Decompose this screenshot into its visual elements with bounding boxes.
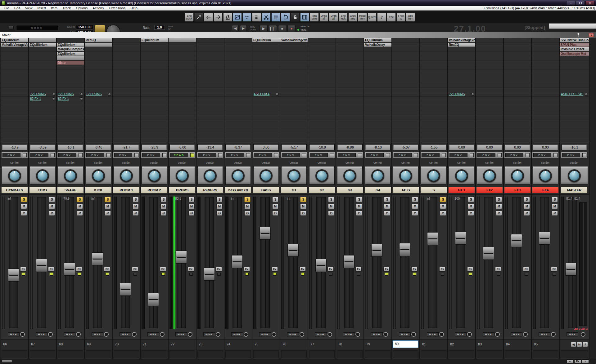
toolbar-button-rese-item[interactable]: Rese item: [358, 13, 367, 22]
record-arm-button[interactable]: [48, 332, 53, 337]
record-arm-button[interactable]: [551, 332, 556, 337]
fx-button[interactable]: Fx: [467, 267, 473, 272]
fx-button[interactable]: Fx: [160, 267, 166, 272]
msr-mini-buttons[interactable]: MSR: [427, 332, 439, 336]
record-arm-button[interactable]: [244, 332, 248, 337]
bottom-slot[interactable]: [505, 350, 530, 358]
peak-readout[interactable]: -inf: [286, 197, 290, 200]
fader-handle[interactable]: [511, 234, 522, 247]
fx-button[interactable]: Fx: [48, 267, 54, 272]
envelope-button[interactable]: ENV: [86, 153, 104, 157]
volume-readout[interactable]: -10.1: [562, 144, 587, 150]
fader-handle[interactable]: [455, 232, 466, 245]
maximize-button[interactable]: [576, 1, 585, 5]
fx-button[interactable]: Fx: [272, 267, 278, 272]
bottom-slot[interactable]: [2, 350, 27, 358]
fx-slot[interactable]: ReaEQ: [448, 43, 475, 47]
send-label[interactable]: ASIO Out 4: [254, 92, 276, 96]
track-name-button[interactable]: bass mix ed: [225, 187, 251, 193]
send-label[interactable]: 72:DRUMS: [449, 92, 471, 96]
fader-track[interactable]: [484, 197, 493, 328]
fx-icon[interactable]: Fx: [574, 359, 581, 363]
volume-readout[interactable]: -13.9: [2, 144, 27, 150]
fader-track[interactable]: [260, 197, 270, 328]
phase-button[interactable]: ∅: [356, 211, 362, 216]
volume-readout[interactable]: -8.59: [30, 144, 55, 150]
fader-handle[interactable]: [8, 269, 19, 282]
menu-item[interactable]: Item: [48, 6, 60, 10]
track-number[interactable]: 84: [506, 342, 510, 346]
play-button[interactable]: ▶: [260, 25, 268, 32]
record-arm-button[interactable]: [188, 332, 192, 337]
send-item[interactable]: 82:FX 1: [57, 97, 84, 101]
track-number[interactable]: 72: [171, 342, 174, 346]
envelope-button[interactable]: ENV: [366, 153, 384, 157]
track-name-button[interactable]: G3: [336, 187, 363, 193]
fx-slot[interactable]: [85, 43, 112, 47]
envelope-button[interactable]: ENV: [58, 153, 76, 157]
envelope-button[interactable]: ENV: [449, 153, 467, 157]
msr-mini-buttons[interactable]: MSR: [92, 332, 103, 336]
bottom-slot[interactable]: [30, 350, 55, 358]
record-arm-button[interactable]: [383, 332, 388, 337]
peak-readout[interactable]: -inf: [90, 197, 95, 200]
fader-track[interactable]: [121, 197, 130, 328]
volume-readout[interactable]: 0.00: [477, 144, 502, 150]
send-item[interactable]: 72:DRUMS: [448, 92, 475, 96]
envelope-button[interactable]: ENV: [477, 153, 495, 157]
record-arm-button[interactable]: [20, 332, 25, 337]
fx-button[interactable]: Fx: [76, 267, 82, 272]
track-name-button[interactable]: AC G: [392, 187, 419, 193]
envelope-arm-button[interactable]: [162, 153, 166, 157]
fader-handle[interactable]: [483, 247, 494, 260]
envelope-button[interactable]: ENV: [533, 153, 551, 157]
track-number[interactable]: 85: [534, 342, 538, 346]
record-arm-button[interactable]: [467, 332, 472, 337]
envelope-button[interactable]: ENV: [422, 153, 440, 157]
record-arm-button[interactable]: [76, 332, 81, 337]
solo-button[interactable]: S: [188, 197, 195, 202]
track-number[interactable]: 66: [3, 342, 7, 346]
playrate-knob[interactable]: [106, 24, 120, 32]
pan-knob[interactable]: [232, 169, 245, 182]
menu-file[interactable]: File: [1, 6, 12, 10]
mute-button[interactable]: M: [356, 204, 362, 209]
mute-button[interactable]: M: [216, 204, 223, 209]
pan-knob[interactable]: [176, 169, 189, 182]
send-knob[interactable]: [80, 93, 83, 96]
track-name-button[interactable]: CYMBALS: [1, 187, 28, 193]
volume-readout[interactable]: -5.07: [393, 144, 418, 150]
toolbar-button-cros-any[interactable]: Cros any: [348, 13, 357, 22]
piano-icon[interactable]: [300, 13, 309, 22]
send-item[interactable]: ASIO Out 1 / AS: [560, 92, 589, 96]
record-button[interactable]: ●: [287, 25, 296, 32]
toolbar-button-q-item[interactable]: Q item: [368, 13, 377, 22]
fader-track[interactable]: [540, 197, 549, 328]
bottom-slot[interactable]: [533, 350, 558, 358]
pause-button[interactable]: ▎▎: [269, 25, 277, 32]
record-arm-button[interactable]: [355, 332, 360, 337]
track-number[interactable]: 78: [338, 342, 342, 346]
record-arm-button[interactable]: [300, 332, 304, 337]
bottom-slot[interactable]: [421, 350, 446, 358]
envelope-arm-button[interactable]: [274, 153, 278, 157]
bottom-slot[interactable]: [86, 350, 111, 358]
record-arm-button[interactable]: [327, 332, 332, 337]
mixer-titlebar[interactable]: Mixer x: [0, 32, 596, 38]
fx-slot[interactable]: EQuilibrium: [57, 43, 84, 47]
envelope-button[interactable]: ENV: [198, 153, 216, 157]
fx-button[interactable]: Fx: [327, 267, 334, 272]
pan-knob[interactable]: [260, 169, 273, 182]
fx-slot[interactable]: SSL Native Bus Cor: [560, 38, 589, 42]
list-icon[interactable]: ≡: [582, 359, 589, 363]
menu-help[interactable]: Help: [128, 6, 140, 10]
send-label[interactable]: 82:FX 1: [58, 97, 80, 100]
envelope-button[interactable]: ENV: [114, 153, 132, 157]
volume-readout[interactable]: 0.00: [533, 144, 558, 150]
pan-knob[interactable]: [287, 169, 300, 182]
fader-track[interactable]: [512, 197, 521, 328]
solo-button[interactable]: S: [21, 197, 27, 202]
volume-readout[interactable]: -1.55: [421, 144, 446, 150]
fx-slot[interactable]: [29, 38, 56, 42]
volume-readout[interactable]: -6.46: [86, 144, 111, 150]
